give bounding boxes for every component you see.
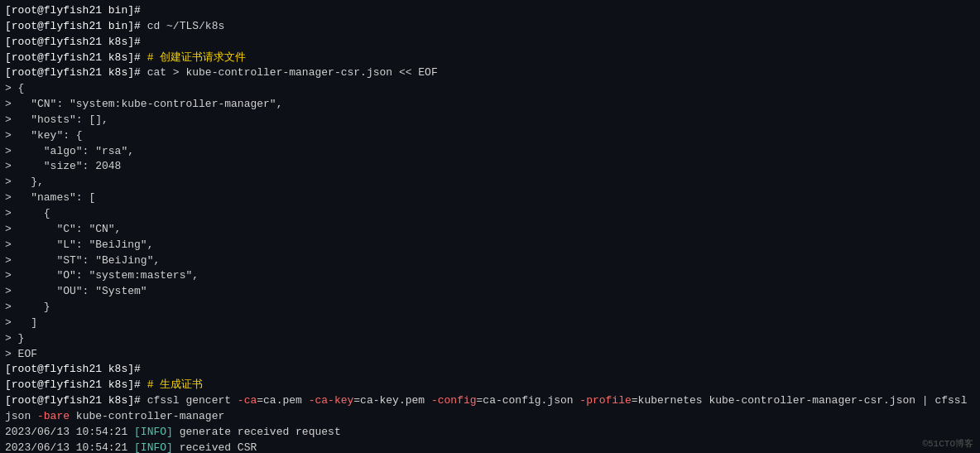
line-16: > "L": "BeiJing", xyxy=(5,238,975,253)
line-5: [root@flyfish21 k8s]# cat > kube-control… xyxy=(5,65,975,81)
line-18: > "O": "system:masters", xyxy=(5,268,975,284)
line-3: [root@flyfish21 k8s]# xyxy=(5,35,975,51)
terminal: [root@flyfish21 bin]# [root@flyfish21 bi… xyxy=(0,0,980,453)
line-10: > "algo": "rsa", xyxy=(5,144,975,160)
watermark: ©51CTO博客 xyxy=(922,437,973,450)
line-12: > }, xyxy=(5,175,975,190)
line-9: > "key": { xyxy=(5,128,975,144)
line-2: [root@flyfish21 bin]# cd ~/TLS/k8s xyxy=(5,19,975,35)
line-25: [root@flyfish21 k8s]# # 生成证书 xyxy=(5,378,975,393)
line-23: > EOF xyxy=(5,347,975,363)
line-19: > "OU": "System" xyxy=(5,284,975,300)
line-7: > "CN": "system:kube-controller-manager"… xyxy=(5,97,975,113)
line-13: > "names": [ xyxy=(5,190,975,206)
line-28: 2023/06/13 10:54:21 [INFO] generate rece… xyxy=(5,425,975,441)
line-24: [root@flyfish21 k8s]# xyxy=(5,362,975,378)
line-14: > { xyxy=(5,206,975,222)
line-29: 2023/06/13 10:54:21 [INFO] received CSR xyxy=(5,441,975,453)
line-26: [root@flyfish21 k8s]# cfssl gencert -ca=… xyxy=(5,393,975,409)
line-17: > "ST": "BeiJing", xyxy=(5,253,975,269)
line-15: > "C": "CN", xyxy=(5,222,975,238)
line-1: [root@flyfish21 bin]# xyxy=(5,3,975,19)
line-22: > } xyxy=(5,331,975,347)
line-4: [root@flyfish21 k8s]# # 创建证书请求文件 xyxy=(5,51,975,66)
line-11: > "size": 2048 xyxy=(5,159,975,175)
line-6: > { xyxy=(5,81,975,97)
line-20: > } xyxy=(5,300,975,316)
line-21: > ] xyxy=(5,316,975,331)
line-27: json -bare kube-controller-manager xyxy=(5,409,975,425)
line-8: > "hosts": [], xyxy=(5,113,975,128)
